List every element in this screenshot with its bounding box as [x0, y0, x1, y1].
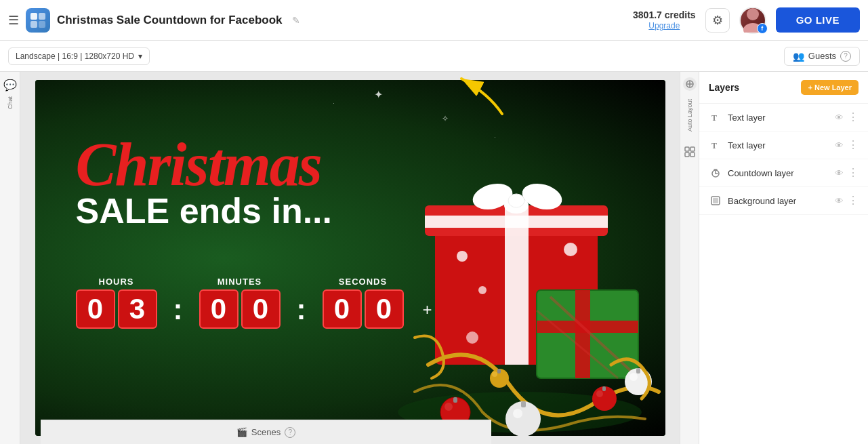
format-selector[interactable]: Landscape | 16:9 | 1280x720 HD ▾ [8, 47, 150, 65]
svg-point-4 [747, 8, 759, 20]
credits-amount: 3801.7 credits [633, 9, 696, 21]
chat-icon: 💬 [3, 79, 17, 92]
layer-item[interactable]: T Text layer 👁 ⋮ [699, 132, 868, 159]
main-area: 💬 Chat ✦ · ✧ · Christ [0, 72, 868, 444]
scenes-label: Scenes [251, 427, 281, 437]
edit-title-icon[interactable]: ✎ [292, 15, 300, 26]
minutes-digit-0: 0 [199, 289, 239, 329]
text-type-icon: T [709, 110, 722, 124]
chat-label: Chat [7, 96, 14, 109]
layer-more-icon[interactable]: ⋮ [848, 167, 859, 178]
star-decoration: · [333, 100, 335, 106]
svg-rect-31 [453, 397, 457, 403]
minutes-digits: 0 0 [199, 289, 281, 329]
layer-more-icon[interactable]: ⋮ [848, 195, 859, 206]
layer-visibility-icon[interactable]: 👁 [835, 196, 844, 206]
svg-text:T: T [711, 141, 717, 150]
hours-digit-1: 3 [118, 289, 157, 329]
layer-visibility-icon[interactable]: 👁 [835, 113, 844, 123]
svg-rect-2 [30, 21, 37, 28]
svg-point-42 [492, 371, 497, 377]
layer-actions: 👁 ⋮ [835, 140, 859, 150]
layer-name: Background layer [728, 196, 829, 206]
svg-rect-50 [690, 153, 695, 157]
scenes-help-icon[interactable]: ? [285, 427, 295, 438]
layer-name: Text layer [728, 140, 829, 150]
layers-header: Layers + New Layer [699, 72, 868, 104]
minutes-digit-1: 0 [241, 289, 281, 329]
canvas-area: ✦ · ✧ · Christmas SALE ends in... HOURS … [20, 72, 680, 444]
svg-rect-11 [425, 216, 608, 228]
layers-title: Layers [709, 82, 739, 93]
svg-rect-43 [497, 369, 501, 374]
svg-point-17 [478, 286, 487, 294]
svg-point-18 [564, 243, 577, 256]
project-title: Christmas Sale Countdown for Facebook [57, 14, 283, 27]
minutes-label: MINUTES [218, 277, 262, 287]
svg-rect-37 [521, 401, 526, 407]
svg-rect-0 [30, 13, 37, 20]
hours-label: HOURS [99, 277, 134, 287]
svg-point-30 [445, 403, 453, 411]
hours-digits: 0 3 [76, 289, 157, 329]
header-left: ☰ Christmas Sale Countdown for Facebook … [8, 8, 300, 33]
svg-text:T: T [711, 113, 717, 122]
auto-layout-sidebar: Auto Layout [680, 72, 699, 444]
layer-item[interactable]: T Text layer 👁 ⋮ [699, 104, 868, 132]
chat-button[interactable]: 💬 Chat [3, 79, 17, 109]
sub-header: Landscape | 16:9 | 1280x720 HD ▾ 👥 Guest… [0, 41, 868, 72]
settings-button[interactable]: ⚙ [705, 8, 730, 33]
guests-help-icon[interactable]: ? [840, 51, 851, 62]
layer-visibility-icon[interactable]: 👁 [835, 140, 844, 150]
hours-block: HOURS 0 3 [76, 277, 157, 329]
go-live-button[interactable]: GO LIVE [776, 7, 860, 33]
main-canvas[interactable]: ✦ · ✧ · Christmas SALE ends in... HOURS … [35, 80, 665, 436]
svg-point-15 [508, 194, 524, 207]
scenes-icon: 🎬 [236, 427, 247, 437]
gift-area [374, 80, 665, 436]
hours-digit-0: 0 [76, 289, 115, 329]
svg-rect-24 [575, 290, 590, 378]
layer-actions: 👁 ⋮ [835, 112, 859, 123]
format-label: Landscape | 16:9 | 1280x720 HD [16, 52, 134, 61]
avatar[interactable]: f [739, 7, 766, 34]
guests-label: Guests [808, 51, 836, 61]
auto-layout-icon [683, 77, 697, 91]
seconds-digit-0: 0 [323, 289, 362, 329]
new-layer-button[interactable]: + New Layer [801, 80, 859, 95]
facebook-badge: f [757, 23, 768, 34]
svg-point-16 [457, 251, 468, 262]
auto-layout-label: Auto Layout [686, 99, 693, 132]
sale-text: SALE ends in... [76, 192, 333, 230]
guests-icon: 👥 [793, 51, 804, 62]
layer-more-icon[interactable]: ⋮ [848, 112, 859, 123]
svg-rect-34 [602, 386, 606, 391]
scenes-button[interactable]: 🎬 Scenes ? [236, 427, 295, 438]
svg-rect-49 [685, 153, 689, 157]
svg-rect-47 [685, 147, 689, 151]
svg-rect-3 [39, 21, 45, 28]
layer-item[interactable]: Background layer 👁 ⋮ [699, 187, 868, 215]
text-type-icon: T [709, 138, 722, 152]
header: ☰ Christmas Sale Countdown for Facebook … [0, 0, 868, 41]
layers-panel: Layers + New Layer T Text layer 👁 ⋮ T [699, 72, 868, 444]
credits-block: 3801.7 credits Upgrade [633, 9, 696, 32]
minutes-block: MINUTES 0 0 [199, 277, 281, 329]
layer-name: Countdown layer [728, 168, 829, 178]
layer-more-icon[interactable]: ⋮ [848, 140, 859, 150]
guests-button[interactable]: 👥 Guests ? [784, 47, 860, 66]
svg-point-39 [629, 373, 638, 381]
svg-point-36 [513, 409, 522, 418]
layer-actions: 👁 ⋮ [835, 195, 859, 206]
menu-icon[interactable]: ☰ [8, 13, 19, 28]
upgrade-link[interactable]: Upgrade [633, 21, 696, 32]
layer-actions: 👁 ⋮ [835, 167, 859, 178]
layer-visibility-icon[interactable]: 👁 [835, 168, 844, 178]
christmas-text: Christmas [76, 134, 321, 195]
layer-item[interactable]: Countdown layer 👁 ⋮ [699, 159, 868, 187]
layout-grid-icon[interactable] [683, 145, 697, 159]
svg-rect-48 [690, 147, 695, 151]
svg-point-33 [596, 390, 603, 397]
layer-name: Text layer [728, 113, 829, 123]
svg-rect-40 [636, 368, 640, 374]
